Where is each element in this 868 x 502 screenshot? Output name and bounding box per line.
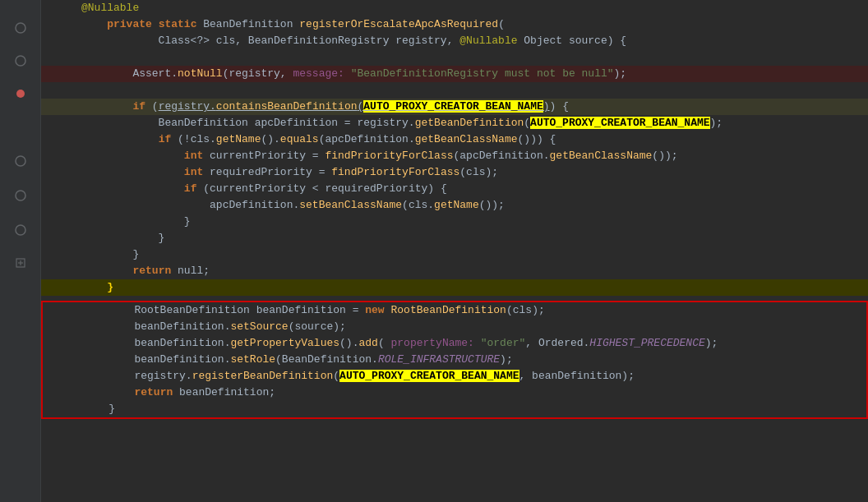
svg-point-1 <box>16 56 25 66</box>
line-assert: Assert.notNull(registry, message: "BeanD… <box>41 66 868 82</box>
editor-container: @Nullable private static BeanDefinition … <box>0 0 868 502</box>
line-current-priority: int currentPriority = findPriorityForCla… <box>41 148 868 164</box>
red-line-1: RootBeanDefinition beanDefinition = new … <box>43 302 866 319</box>
line-method-sig: private static BeanDefinition registerOr… <box>41 16 868 33</box>
line-if-priority: if (currentPriority < requiredPriority) … <box>41 181 868 197</box>
line-if-name: if (!cls.getName().equals(apcDefinition.… <box>41 131 868 148</box>
line-close3: } <box>41 246 868 263</box>
red-line-6: return beanDefinition; <box>43 385 866 401</box>
gutter-breakpoint[interactable] <box>12 85 29 102</box>
red-line-2: beanDefinition.setSource(source); <box>43 319 866 335</box>
gutter-icon-4[interactable] <box>12 187 29 204</box>
red-line-5: registry.registerBeanDefinition(AUTO_PRO… <box>43 368 866 385</box>
line-close1: } <box>41 214 868 230</box>
gutter-icon-3[interactable] <box>12 153 29 169</box>
line-set-classname: apcDefinition.setBeanClassName(cls.getNa… <box>41 197 868 214</box>
line-blank-1 <box>41 49 868 66</box>
line-method-params: Class<?> cls, BeanDefinitionRegistry reg… <box>41 33 868 49</box>
code-area[interactable]: @Nullable private static BeanDefinition … <box>41 0 868 502</box>
gutter-icon-fold[interactable] <box>12 255 29 271</box>
line-close2: } <box>41 230 868 246</box>
line-required-priority: int requiredPriority = findPriorityForCl… <box>41 164 868 181</box>
svg-point-3 <box>16 191 25 200</box>
gutter-icon-2[interactable] <box>12 53 29 69</box>
line-bean-def: BeanDefinition apcDefinition = registry.… <box>41 115 868 131</box>
line-if-contains: if (registry.containsBeanDefinition(AUTO… <box>41 99 868 115</box>
line-return-null: return null; <box>41 263 868 279</box>
line-blank-2 <box>41 82 868 99</box>
gutter-icon-5[interactable] <box>12 222 29 238</box>
svg-point-0 <box>16 23 25 33</box>
red-border-block: RootBeanDefinition beanDefinition = new … <box>41 301 868 419</box>
gutter-icon-1[interactable] <box>12 20 29 36</box>
red-line-7: } <box>43 401 866 417</box>
svg-point-4 <box>16 225 25 235</box>
red-line-3: beanDefinition.getPropertyValues().add( … <box>43 335 866 352</box>
red-line-4: beanDefinition.setRole(BeanDefinition.RO… <box>43 352 866 368</box>
line-close-method: } <box>41 279 868 296</box>
editor-gutter <box>0 0 41 502</box>
svg-point-2 <box>16 156 25 166</box>
line-nullable: @Nullable <box>41 0 868 16</box>
